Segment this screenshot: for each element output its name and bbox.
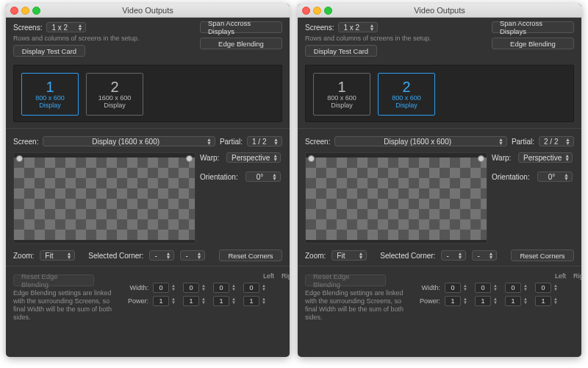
stepper-icon[interactable]: ▲▼ [262, 283, 269, 293]
partial-select[interactable]: 1 / 2 ▲▼ [247, 136, 282, 146]
selected-corner-x[interactable]: - ▲▼ [149, 250, 174, 261]
display-test-card-button[interactable]: Display Test Card [305, 45, 377, 57]
selected-corner-label: Selected Corner: [88, 252, 143, 260]
screen-type: Display [39, 102, 61, 109]
stepper-icon: ▲▼ [273, 138, 279, 145]
stepper-icon[interactable]: ▲▼ [493, 296, 501, 306]
screen-select[interactable]: Display (1600 x 600) ▲▼ [334, 136, 506, 146]
stepper-icon[interactable]: ▲▼ [463, 296, 470, 306]
corner-handle-tr[interactable] [478, 155, 484, 162]
corner-handle-tr[interactable] [186, 155, 193, 162]
eb-power-top[interactable]: 1 [505, 296, 521, 306]
screens-select[interactable]: 1 x 2 ▲▼ [46, 22, 86, 32]
screen-number: 1 [337, 79, 345, 94]
zoom-label: Zoom: [13, 252, 34, 260]
eb-power-left[interactable]: 1 [445, 296, 461, 306]
warp-select[interactable]: Perspective ▲▼ [226, 152, 281, 163]
stepper-icon[interactable]: ▲▼ [201, 296, 209, 306]
zoom-icon[interactable] [32, 7, 40, 15]
screen-type: Display [104, 102, 126, 109]
screen-card-1[interactable]: 1 800 x 600 Display [313, 73, 370, 116]
eb-width-left[interactable]: 0 [153, 283, 169, 293]
traffic-lights [302, 7, 332, 15]
window-title: Video Outputs [414, 6, 465, 15]
stepper-icon[interactable]: ▲▼ [523, 283, 531, 293]
eb-power-right[interactable]: 1 [183, 296, 199, 306]
screen-card-2[interactable]: 2 1600 x 600 Display [86, 73, 143, 116]
eb-col-right: Right [282, 272, 290, 280]
eb-width-top[interactable]: 0 [505, 283, 521, 293]
corner-handle-tl[interactable] [16, 155, 23, 162]
close-icon[interactable] [10, 7, 18, 15]
eb-power-bottom[interactable]: 1 [535, 296, 551, 306]
video-outputs-window-1: Video Outputs Span Accross Displays Edge… [6, 4, 290, 357]
eb-width-right[interactable]: 0 [475, 283, 491, 293]
stepper-icon: ▲▼ [564, 173, 569, 180]
orientation-select[interactable]: 0° ▲▼ [245, 171, 281, 182]
screen-number: 2 [110, 79, 118, 94]
minimize-icon[interactable] [21, 7, 29, 15]
eb-power-left[interactable]: 1 [153, 296, 169, 306]
eb-width-left[interactable]: 0 [445, 283, 461, 293]
eb-width-bottom[interactable]: 0 [535, 283, 551, 293]
stepper-icon[interactable]: ▲▼ [171, 296, 179, 306]
screen-resolution: 800 x 600 [392, 94, 421, 102]
warp-label: Warp: [492, 154, 511, 162]
zoom-value: Fit [337, 252, 345, 260]
stepper-icon: ▲▼ [165, 252, 171, 259]
titlebar[interactable]: Video Outputs [6, 4, 290, 18]
stepper-icon[interactable]: ▲▼ [553, 296, 561, 306]
screen-card-1[interactable]: 1 800 x 600 Display [21, 73, 79, 116]
stepper-icon[interactable]: ▲▼ [523, 296, 531, 306]
stepper-icon[interactable]: ▲▼ [201, 283, 209, 293]
zoom-label: Zoom: [305, 252, 326, 260]
traffic-lights [10, 7, 40, 15]
eb-power-top[interactable]: 1 [213, 296, 229, 306]
zoom-icon[interactable] [324, 7, 332, 15]
screen-select-value: Display (1600 x 600) [92, 138, 159, 146]
screen-type: Display [395, 102, 417, 109]
screen-card-2[interactable]: 2 800 x 600 Display [378, 73, 435, 116]
stepper-icon[interactable]: ▲▼ [553, 283, 561, 293]
reset-corners-button[interactable]: Reset Corners [219, 250, 282, 261]
stepper-icon[interactable]: ▲▼ [262, 296, 269, 306]
stepper-icon: ▲▼ [196, 252, 201, 259]
reset-corners-button[interactable]: Reset Corners [511, 250, 574, 261]
orientation-value: 0° [548, 173, 556, 181]
selected-corner-label: Selected Corner: [380, 252, 435, 260]
minimize-icon[interactable] [313, 7, 321, 15]
stepper-icon: ▲▼ [78, 24, 83, 31]
selected-corner-y[interactable]: - ▲▼ [472, 250, 497, 261]
stepper-icon[interactable]: ▲▼ [232, 296, 239, 306]
eb-power-bottom[interactable]: 1 [243, 296, 259, 306]
corner-handle-tl[interactable] [308, 155, 315, 162]
selected-corner-x[interactable]: - ▲▼ [441, 250, 466, 261]
stepper-icon[interactable]: ▲▼ [232, 283, 239, 293]
orientation-select[interactable]: 0° ▲▼ [537, 171, 573, 182]
reset-edge-blending-button[interactable]: Reset Edge Blending [13, 275, 94, 286]
warp-value: Perspective [232, 154, 270, 162]
warp-select[interactable]: Perspective ▲▼ [518, 152, 573, 163]
screen-select[interactable]: Display (1600 x 600) ▲▼ [43, 136, 215, 146]
selected-corner-y[interactable]: - ▲▼ [180, 250, 205, 261]
screens-preview: 1 800 x 600 Display 2 1600 x 600 Display [13, 65, 282, 122]
stepper-icon[interactable]: ▲▼ [463, 283, 470, 293]
stepper-icon[interactable]: ▲▼ [493, 283, 501, 293]
zoom-select[interactable]: Fit ▲▼ [40, 250, 75, 261]
warp-preview[interactable] [13, 152, 196, 244]
display-test-card-button[interactable]: Display Test Card [13, 45, 85, 57]
eb-width-bottom[interactable]: 0 [243, 283, 259, 293]
partial-select[interactable]: 2 / 2 ▲▼ [539, 136, 574, 146]
titlebar[interactable]: Video Outputs [298, 4, 581, 18]
close-icon[interactable] [302, 7, 310, 15]
screens-select[interactable]: 1 x 2 ▲▼ [338, 22, 378, 32]
screens-preview: 1 800 x 600 Display 2 800 x 600 Display [305, 65, 574, 122]
eb-power-right[interactable]: 1 [475, 296, 491, 306]
eb-width-top[interactable]: 0 [213, 283, 229, 293]
screen-resolution: 800 x 600 [327, 94, 356, 102]
reset-edge-blending-button[interactable]: Reset Edge Blending [305, 275, 386, 286]
stepper-icon[interactable]: ▲▼ [171, 283, 179, 293]
zoom-select[interactable]: Fit ▲▼ [331, 250, 367, 261]
warp-preview[interactable] [305, 152, 487, 244]
eb-width-right[interactable]: 0 [183, 283, 199, 293]
